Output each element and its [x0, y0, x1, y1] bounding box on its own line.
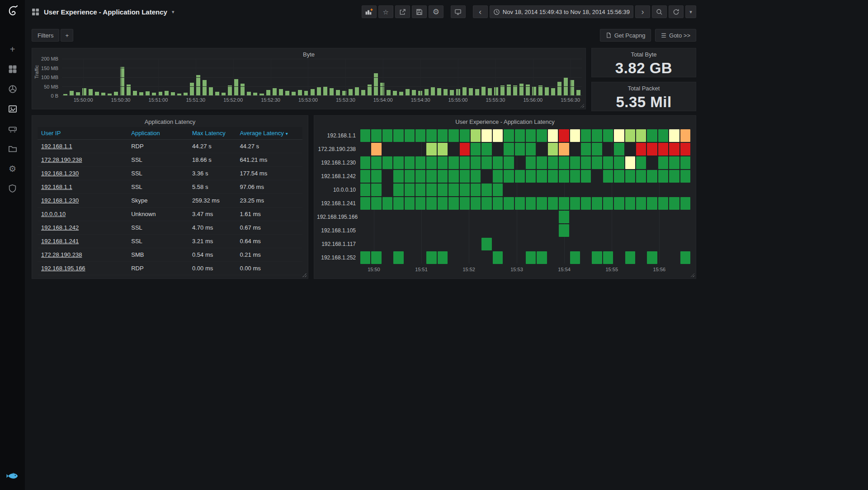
heatmap-row-cells — [360, 156, 690, 169]
gridline — [83, 59, 84, 95]
heatmap-cell — [493, 251, 503, 264]
heatmap-cell — [603, 224, 613, 237]
table-panel-title[interactable]: Application Latency — [32, 116, 308, 125]
column-header-max-latency[interactable]: Max Latency — [189, 127, 236, 140]
heatmap-cell — [559, 211, 569, 223]
time-forward-button[interactable]: › — [635, 5, 650, 18]
heatmap-cell — [658, 197, 668, 210]
user-ip-link[interactable]: 192.168.1.1 — [41, 143, 72, 150]
heatmap-cell — [360, 238, 370, 250]
total-packet-title[interactable]: Total Packet — [592, 82, 696, 92]
heatmap-cell — [647, 197, 657, 210]
user-ip-link[interactable]: 172.28.190.238 — [41, 156, 82, 163]
user-ip-link[interactable]: 192.168.1.241 — [41, 238, 79, 245]
filters-button[interactable]: Filters — [32, 29, 59, 42]
byte-bar — [450, 90, 454, 95]
heatmap-cell — [504, 143, 514, 155]
app-logo[interactable] — [4, 4, 22, 23]
gridline — [420, 59, 421, 95]
heatmap-row: 192.168.195.166 — [317, 210, 690, 224]
gridline — [158, 59, 159, 95]
time-back-button[interactable]: ‹ — [473, 5, 488, 18]
heatmap-cell — [460, 184, 470, 196]
plus-glyph: + — [10, 45, 15, 54]
server-drive-icon[interactable] — [8, 124, 18, 134]
heatmap-cell — [548, 251, 558, 264]
refresh-interval-dropdown[interactable]: ▾ — [685, 5, 696, 18]
table-cell: 0.00 ms — [236, 262, 302, 275]
app-root: + ⚙ — [0, 0, 868, 490]
panel-resize-handle[interactable] — [580, 104, 584, 108]
byte-bar — [171, 92, 175, 95]
heatmap-cell — [526, 184, 536, 196]
time-range-button[interactable]: Nov 18, 2014 15:49:43 to Nov 18, 2014 15… — [490, 5, 633, 18]
heatmap-cell — [393, 156, 403, 169]
title-caret-down-icon[interactable]: ▾ — [172, 9, 175, 15]
share-button[interactable] — [395, 5, 410, 18]
user-ip-link[interactable]: 192.168.1.1 — [41, 184, 72, 190]
latency-table-body: 192.168.1.1RDP44.27 s44.27 s172.28.190.2… — [38, 140, 302, 275]
column-header-average-latency[interactable]: Average Latency▾ — [236, 127, 302, 140]
byte-bar — [209, 87, 213, 95]
refresh-button[interactable] — [669, 5, 684, 18]
heatmap-row: 192.168.1.252 — [317, 251, 690, 264]
tv-mode-button[interactable] — [451, 5, 466, 18]
goto-button[interactable]: ☰ Goto >> — [655, 29, 696, 42]
aperture-icon[interactable] — [8, 84, 18, 94]
byte-panel: Byte Traffic 200 MB150 MB100 MB50 MB0 B … — [32, 48, 586, 109]
add-filter-button[interactable]: + — [61, 29, 73, 42]
heatmap-cell — [515, 170, 525, 183]
heatmap-cell — [669, 156, 679, 169]
heatmap-cell — [448, 129, 458, 142]
heatmap-cell — [426, 156, 436, 169]
user-ip-link[interactable]: 192.168.1.242 — [41, 224, 79, 231]
user-ip-link[interactable]: 192.168.1.230 — [41, 170, 79, 177]
shield-icon[interactable] — [8, 184, 18, 193]
column-header-application[interactable]: Application — [127, 127, 189, 140]
gridline — [271, 59, 271, 95]
shark-fish-icon[interactable] — [6, 471, 19, 483]
heatmap-cell — [360, 129, 370, 142]
heatmap-row-label: 192.168.195.166 — [317, 214, 360, 220]
byte-bar — [323, 86, 327, 95]
user-ip-link[interactable]: 10.0.0.10 — [41, 211, 66, 217]
total-byte-title[interactable]: Total Byte — [592, 48, 696, 58]
byte-bar — [70, 91, 74, 95]
column-header-user-ip[interactable]: User IP — [38, 127, 127, 140]
heatmap-cell — [382, 211, 392, 223]
table-cell: 0.54 ms — [189, 248, 236, 262]
panel-resize-handle[interactable] — [302, 273, 307, 277]
user-ip-link[interactable]: 192.168.1.230 — [41, 197, 79, 204]
save-button[interactable] — [412, 5, 427, 18]
add-panel-button[interactable] — [362, 5, 377, 18]
byte-panel-title[interactable]: Byte — [32, 48, 585, 58]
heatmap-cell — [592, 170, 602, 183]
panel-resize-handle[interactable] — [690, 273, 694, 277]
heatmap-cell — [504, 170, 514, 183]
heatmap-cell — [559, 184, 569, 196]
star-button[interactable]: ☆ — [378, 5, 393, 18]
heatmap-cell — [537, 184, 547, 196]
dashboard-title[interactable]: User Experience - Application Latency — [44, 8, 167, 16]
heatmap-cell — [669, 197, 679, 210]
heatmap-cell — [581, 156, 591, 169]
heatmap-panel-title[interactable]: User Experience - Application Latency — [314, 116, 696, 125]
dashboard-grid-icon[interactable] — [32, 8, 39, 16]
dashboards-grid-icon[interactable] — [8, 64, 18, 74]
gear-icon[interactable]: ⚙ — [8, 164, 18, 174]
byte-bar — [425, 89, 429, 95]
user-ip-link[interactable]: 192.168.195.166 — [41, 265, 85, 272]
dashboard-settings-button[interactable]: ⚙ — [429, 5, 443, 18]
zoom-out-button[interactable] — [652, 5, 667, 18]
user-ip-link[interactable]: 172.28.190.238 — [41, 251, 82, 258]
heatmap-cell — [581, 238, 591, 250]
panels-image-icon[interactable] — [8, 104, 18, 114]
add-panel-chart-icon — [365, 8, 373, 15]
folder-icon[interactable] — [8, 144, 18, 154]
heatmap-cell — [625, 211, 635, 223]
byte-bar — [412, 90, 416, 95]
chevron-left-icon: ‹ — [479, 8, 481, 16]
get-pcapng-button[interactable]: Get Pcapng — [600, 29, 651, 42]
create-plus-icon[interactable]: + — [8, 44, 18, 54]
heatmap-panel: User Experience - Application Latency 19… — [314, 115, 696, 279]
